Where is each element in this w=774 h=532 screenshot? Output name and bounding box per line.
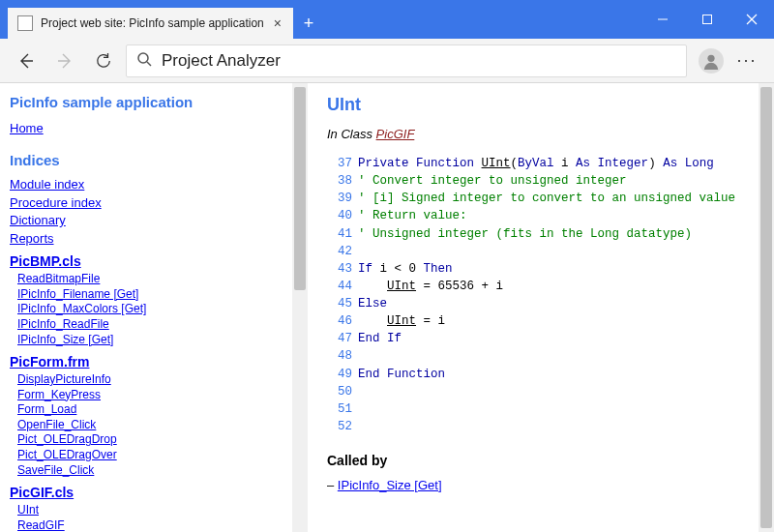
address-bar[interactable]: Project Analyzer [126,44,687,77]
indices-heading: Indices [10,151,298,170]
main-scrollbar-thumb[interactable] [760,87,772,528]
dictionary-link[interactable]: Dictionary [10,212,298,229]
code-line: 46 UInt = i [327,312,757,330]
code-line: 43If i < 0 Then [327,260,757,278]
code-line: 37Private Function UInt(ByVal i As Integ… [327,155,757,172]
toolbar: Project Analyzer ··· [0,39,774,83]
close-tab-button[interactable]: × [272,15,283,31]
called-by-link[interactable]: IPicInfo_Size [Get] [338,478,442,492]
sidebar-file-link[interactable]: PicGIF.cls [10,484,298,502]
sidebar-file-link[interactable]: PicBMP.cls [10,252,298,271]
sidebar-member-link[interactable]: UInt [17,503,298,518]
in-class-link[interactable]: PicGIF [376,127,415,141]
svg-line-5 [147,62,151,66]
svg-rect-1 [703,15,712,24]
titlebar: Project web site: PicInfo sample applica… [0,0,774,39]
sidebar-member-link[interactable]: Form_KeyPress [17,388,298,403]
content-area: PicInfo sample application Home Indices … [0,83,774,532]
code-line: 40' Return value: [327,207,757,224]
window-controls [640,0,774,39]
search-icon [136,51,152,70]
sidebar-scrollbar-thumb[interactable] [294,87,306,290]
sidebar-app-title: PicInfo sample application [10,93,298,112]
svg-point-6 [707,54,714,61]
page-title: UInt [327,95,757,115]
sidebar-member-link[interactable]: IPicInfo_Filename [Get] [17,287,298,303]
code-line: 48 [327,347,757,365]
sidebar-file-link[interactable]: PicForm.frm [10,353,298,371]
called-by-item: – IPicInfo_Size [Get] [327,478,757,492]
main-pane: UInt In Class PicGIF 37Private Function … [310,83,774,532]
in-class-line: In Class PicGIF [327,127,757,141]
sidebar-member-link[interactable]: DisplayPictureInfo [17,372,298,388]
code-line: 51 [327,400,757,418]
more-menu-button[interactable]: ··· [729,50,764,71]
sidebar: PicInfo sample application Home Indices … [0,83,308,532]
tab-strip: Project web site: PicInfo sample applica… [0,0,324,39]
sidebar-member-link[interactable]: Pict_OLEDragOver [17,448,298,463]
tab-title: Project web site: PicInfo sample applica… [41,16,264,30]
sidebar-member-link[interactable]: OpenFile_Click [17,418,298,433]
sidebar-member-link[interactable]: ReadBitmapFile [17,272,298,287]
code-line: 50 [327,383,757,400]
code-line: 47End If [327,330,757,347]
new-tab-button[interactable]: + [293,8,324,39]
browser-tab-active[interactable]: Project web site: PicInfo sample applica… [8,8,293,39]
procedure-index-link[interactable]: Procedure index [10,194,298,212]
code-line: 41' Unsigned integer (fits in the Long d… [327,225,757,243]
sidebar-member-link[interactable]: Pict_OLEDragDrop [17,432,298,448]
minimize-button[interactable] [640,0,685,39]
sidebar-member-link[interactable]: SaveFile_Click [17,463,298,479]
code-block: 37Private Function UInt(ByVal i As Integ… [327,155,757,435]
sidebar-member-link[interactable]: IPicInfo_Size [Get] [17,333,298,348]
home-link[interactable]: Home [10,120,298,137]
code-line: 49End Function [327,366,757,383]
code-line: 38' Convert integer to unsigned integer [327,172,757,190]
code-line: 52 [327,418,757,435]
main-scrollbar[interactable] [759,83,774,532]
profile-avatar[interactable] [699,48,724,74]
code-line: 44 UInt = 65536 + i [327,278,757,295]
back-button[interactable] [10,44,43,77]
maximize-button[interactable] [685,0,729,39]
code-line: 39' [i] Signed integer to convert to an … [327,190,757,207]
page-icon [17,15,33,31]
sidebar-scrollbar[interactable] [292,83,308,532]
sidebar-member-link[interactable]: ReadGIF [17,518,298,532]
address-text: Project Analyzer [162,51,281,71]
sidebar-member-link[interactable]: IPicInfo_ReadFile [17,317,298,333]
called-by-heading: Called by [327,453,757,468]
svg-point-4 [138,53,148,63]
code-line: 45Else [327,295,757,312]
reports-link[interactable]: Reports [10,230,298,248]
close-window-button[interactable] [729,0,774,39]
browser-window: Project web site: PicInfo sample applica… [0,0,774,532]
module-index-link[interactable]: Module index [10,176,298,193]
forward-button[interactable] [48,44,81,77]
dash-icon: – [327,478,338,492]
sidebar-member-link[interactable]: IPicInfo_MaxColors [Get] [17,302,298,317]
refresh-button[interactable] [87,44,120,77]
code-line: 42 [327,243,757,260]
in-class-label: In Class [327,127,372,141]
sidebar-member-link[interactable]: Form_Load [17,402,298,418]
